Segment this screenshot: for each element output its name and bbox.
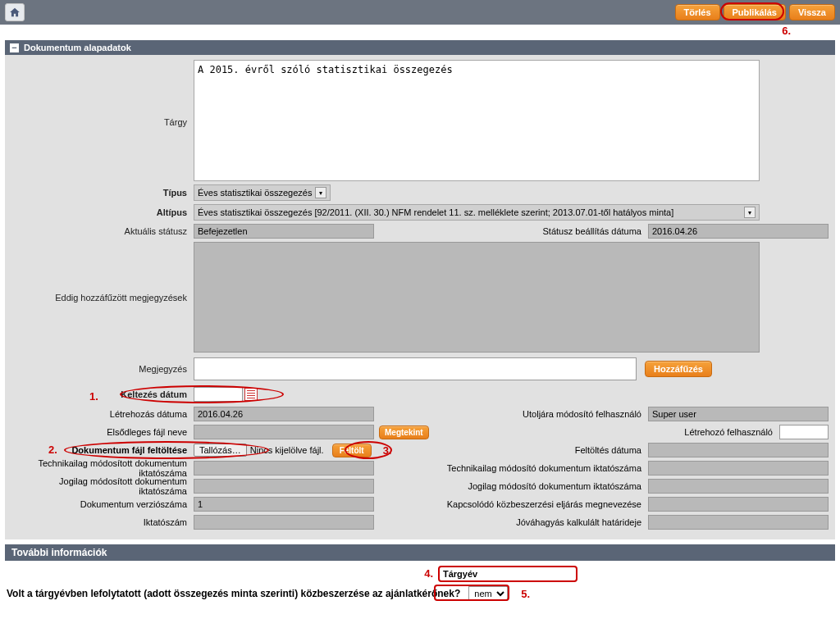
tipus-select[interactable]: Éves statisztikai összegezés ▾ [194,184,331,201]
panel-title: Dokumentum alapadatok [24,43,131,52]
annotation-4: 4. [424,567,433,580]
megtekint-button[interactable]: Megtekint [379,425,429,439]
panel-header-tovabbi: További információk [5,544,835,561]
label-tech-modosito: Technikailag módosító dokumentum iktatós… [405,463,648,473]
modosito-felhasznalo-value: Super user [648,407,829,421]
home-icon [9,7,21,18]
jog-modositott-value [194,479,374,494]
label-letrehozas-datum: Létrehozás dátuma [11,409,194,419]
label-fajl-feltoltes: Dokumentum fájl feltöltése [71,445,187,455]
aktualis-statusz-value: Befejezetlen [194,224,374,239]
annotation-1: 1. [89,390,98,403]
hozzafuzes-button[interactable]: Hozzáfűzés [645,361,712,377]
label-eddig-megjegyzesek: Eddig hozzáfűzött megjegyzések [11,293,194,303]
iktatoszam-value [194,515,374,530]
label-altipus: Altípus [157,207,187,217]
chevron-down-icon: ▾ [315,187,326,198]
jovahagyas-value [648,515,829,530]
tipus-value: Éves statisztikai összegezés [198,188,312,198]
label-iktatoszam: Iktatószám [11,517,194,527]
letrehozas-datum-value: 2016.04.26 [194,407,374,421]
label-feltoltes-datum: Feltöltés dátuma [405,445,648,455]
altipus-select[interactable]: Éves statisztikai összegezés [92/2011. (… [194,204,760,221]
chevron-down-icon: ▾ [744,207,756,218]
label-tipus: Típus [163,188,187,198]
label-jovahagyas: Jóváhagyás kalkulált határideje [405,517,648,527]
label-elsodleges-fajl: Elsődleges fájl neve [11,427,194,437]
label-targy: Tárgy [11,60,194,127]
annotation-6: 6. [782,25,791,37]
kerdonek-select[interactable]: nem [468,586,508,601]
tallozas-button[interactable]: Tallózás… [194,444,247,457]
label-megjegyzes: Megjegyzés [11,364,194,374]
annotation-2: 2. [48,444,57,456]
back-button[interactable]: Vissza [789,4,835,20]
label-jog-modosito: Jogilag módosító dokumentum iktatószáma [405,481,648,491]
feltoltes-datum-value [648,443,829,457]
annotation-5: 5. [521,588,530,600]
altipus-value: Éves statisztikai összegezés [92/2011. (… [198,207,673,217]
targy-textarea[interactable] [194,60,760,181]
label-kapcsolodo: Kapcsolódó közbeszerzési eljárás megneve… [405,499,648,509]
panel-header-alapadatok[interactable]: − Dokumentum alapadatok [5,40,835,55]
collapse-icon: − [10,43,19,52]
kapcsolodo-value [648,497,829,512]
label-jog-modositott: Jogilag módosított dokumentum iktatószám… [11,476,194,496]
feltolt-button[interactable]: Feltölt [332,444,372,457]
verzio-value: 1 [194,497,374,512]
label-letrehozo-felhasznalo: Létrehozó felhasználó [429,427,779,437]
label-aktualis-statusz: Aktuális státusz [11,226,194,236]
delete-button[interactable]: Törlés [675,4,720,20]
label-verzio: Dokumentum verziószáma [11,499,194,509]
tech-modositott-value [194,461,374,476]
letrehozo-felhasznalo-value [779,425,829,439]
jog-modosito-value [648,479,829,494]
eddig-megjegyzesek-textarea [194,242,760,353]
label-tech-modositott: Technikailag módosított dokumentum iktat… [11,458,194,478]
elsodleges-fajl-value [194,425,374,439]
keltezes-datum-input[interactable] [194,387,243,402]
question-text: Volt a tárgyévben lefolytatott (adott ös… [7,588,460,599]
publish-button[interactable]: Publikálás [724,4,786,20]
annotation-3: 3. [383,444,392,457]
tech-modosito-value [648,461,829,476]
label-keltezes-datum: Keltezés dátum [121,389,187,399]
home-icon-button[interactable] [5,3,25,21]
label-modosito-felhasznalo: Utoljára módosító felhasználó [405,409,648,419]
label-targyev: Tárgyév [443,569,477,579]
nincs-fajl-text: Nincs kijelölve fájl. [250,445,324,455]
statusz-datum-value: 2016.04.26 [648,224,829,239]
megjegyzes-textarea[interactable] [194,357,637,380]
calendar-icon[interactable] [244,388,258,401]
label-statusz-datum: Státusz beállítás dátuma [374,226,648,236]
